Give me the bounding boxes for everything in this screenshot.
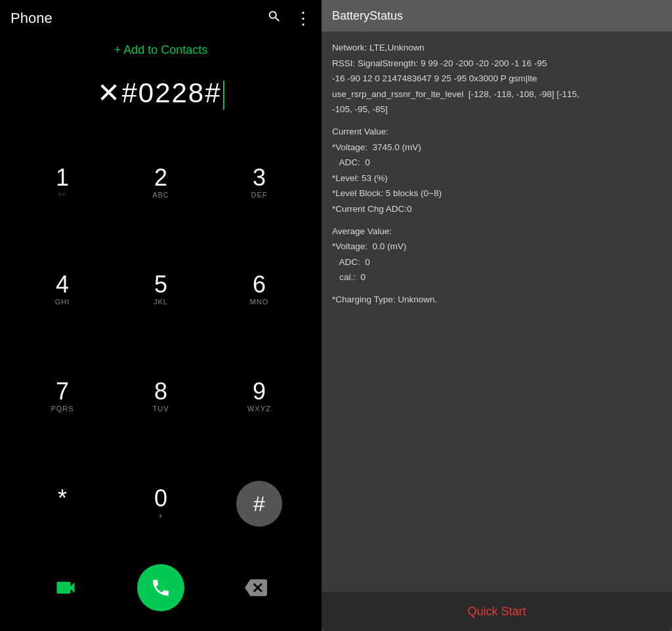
current-level: *Level: 53 (%): [332, 171, 662, 186]
average-cal: cal.: 0: [332, 270, 662, 285]
phone-panel: Phone ⋮ + Add to Contacts ✕#0228# 1 ○○ 2…: [0, 0, 322, 631]
key-star[interactable]: *: [13, 451, 112, 558]
search-icon[interactable]: [267, 9, 282, 28]
average-adc: ADC: 0: [332, 255, 662, 270]
key-6[interactable]: 6 MNO: [210, 236, 308, 343]
current-adc: ADC: 0: [332, 155, 662, 170]
current-value-header: Current Value:: [332, 125, 662, 139]
bottom-actions: [0, 558, 322, 631]
rssi-line2: -16 -90 12 0 2147483647 9 25 -95 0x3000 …: [332, 71, 662, 86]
network-line: Network: LTE,Unknown: [332, 41, 662, 55]
key-0[interactable]: 0 +: [112, 451, 210, 558]
key-7[interactable]: 7 PQRS: [13, 343, 112, 450]
keypad: 1 ○○ 2 ABC 3 DEF 4 GHI 5 JKL 6 MNO 7 PQR…: [0, 129, 322, 558]
key-9[interactable]: 9 WXYZ: [210, 343, 308, 450]
quick-start-button[interactable]: Quick Start: [467, 605, 526, 619]
phone-title: Phone: [10, 10, 52, 27]
rssi-line3: use_rsrp_and_rssnr_for_lte_level [-128, …: [332, 87, 662, 102]
dialed-number: ✕#0228#: [97, 77, 221, 108]
backspace-button[interactable]: [236, 568, 276, 607]
battery-header: BatteryStatus: [322, 0, 672, 31]
current-voltage: *Voltage: 3745.0 (mV): [332, 140, 662, 155]
key-5[interactable]: 5 JKL: [112, 236, 210, 343]
battery-content: Network: LTE,Unknown RSSI: SignalStrengt…: [322, 31, 672, 592]
cursor: [223, 81, 224, 110]
average-value-header: Average Value:: [332, 224, 662, 239]
battery-title: BatteryStatus: [332, 9, 403, 23]
dialer-display: ✕#0228#: [0, 64, 322, 129]
key-3[interactable]: 3 DEF: [210, 129, 308, 236]
current-level-block: *Level Block: 5 blocks (0~8): [332, 186, 662, 201]
rssi-line4: -105, -95, -85]: [332, 102, 662, 117]
key-2[interactable]: 2 ABC: [112, 129, 210, 236]
add-to-contacts-button[interactable]: + Add to Contacts: [0, 37, 322, 64]
rssi-line1: RSSI: SignalStrength: 9 99 -20 -200 -20 …: [332, 56, 662, 71]
key-8[interactable]: 8 TUV: [112, 343, 210, 450]
more-options-icon[interactable]: ⋮: [295, 9, 311, 29]
key-1[interactable]: 1 ○○: [13, 129, 112, 236]
phone-header: Phone ⋮: [0, 0, 322, 37]
battery-footer: Quick Start: [322, 592, 672, 631]
call-button[interactable]: [137, 564, 184, 611]
video-call-button[interactable]: [46, 568, 85, 607]
current-chg-adc: *Current Chg ADC:0: [332, 202, 662, 216]
average-voltage: *Voltage: 0.0 (mV): [332, 239, 662, 254]
charging-type: *Charging Type: Unknown.: [332, 293, 662, 307]
header-icons: ⋮: [267, 9, 311, 29]
key-4[interactable]: 4 GHI: [13, 236, 112, 343]
battery-panel: BatteryStatus Network: LTE,Unknown RSSI:…: [322, 0, 672, 631]
key-hash[interactable]: #: [210, 451, 308, 558]
